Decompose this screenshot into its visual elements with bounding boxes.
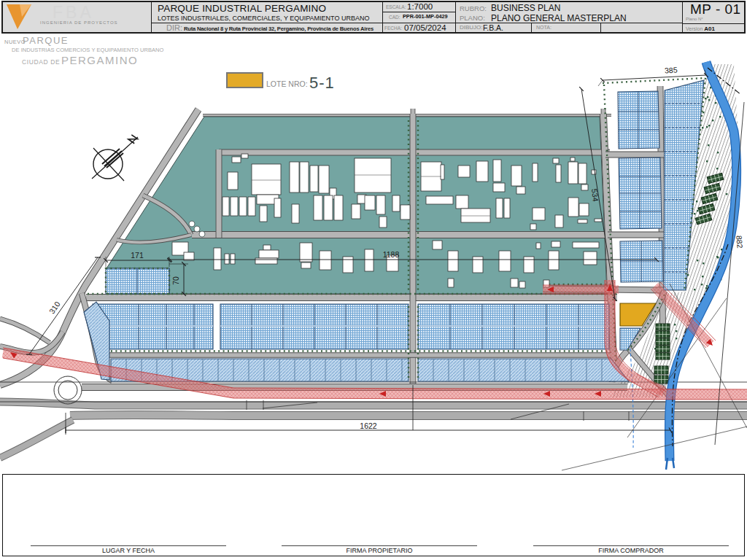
svg-text:534: 534 (590, 188, 600, 202)
svg-text:310: 310 (47, 300, 62, 315)
svg-text:1188: 1188 (383, 250, 400, 259)
svg-text:385: 385 (665, 66, 678, 75)
svg-text:882: 882 (735, 235, 744, 249)
svg-text:1622: 1622 (360, 421, 377, 430)
svg-text:70: 70 (171, 276, 180, 285)
svg-text:171: 171 (131, 251, 144, 260)
